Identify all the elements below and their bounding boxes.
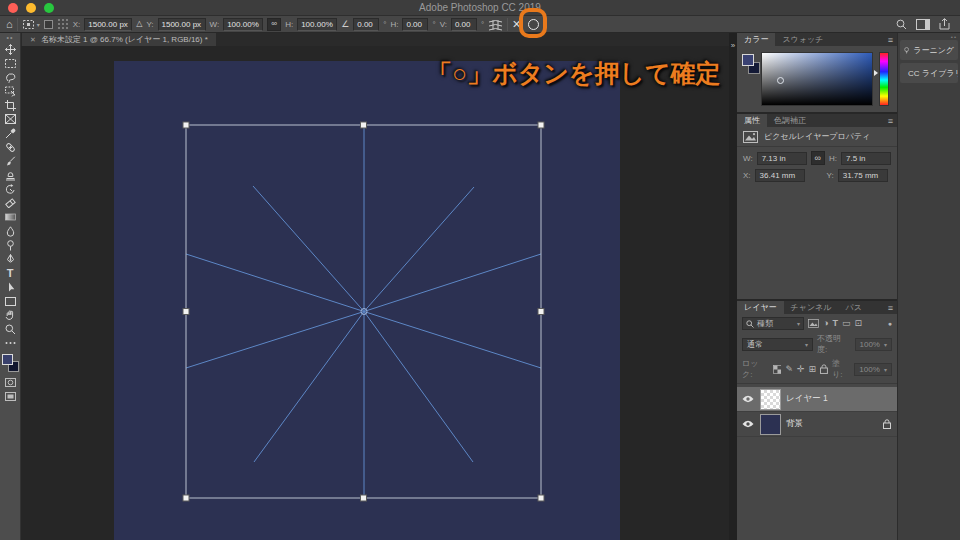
h-skew-field[interactable]: 0.00	[402, 18, 428, 31]
brush-tool[interactable]	[0, 154, 21, 168]
layer-thumbnail[interactable]	[760, 414, 781, 435]
foreground-color-swatch[interactable]	[2, 354, 13, 365]
link-dimensions-icon[interactable]: ∞	[811, 151, 825, 165]
prop-height-field[interactable]: 7.5 in	[841, 152, 891, 165]
collapse-panels-icon[interactable]: »	[729, 42, 737, 50]
smart-object-filter-icon[interactable]: ⊡	[854, 319, 862, 328]
canvas-artboard[interactable]	[114, 61, 620, 540]
v-skew-field[interactable]: 0.00	[451, 18, 477, 31]
crop-tool[interactable]	[0, 98, 21, 112]
relative-position-icon[interactable]: △	[136, 20, 142, 28]
screen-mode-button[interactable]	[0, 389, 21, 403]
layer-row-background[interactable]: 背景	[737, 412, 897, 437]
commit-transform-button[interactable]	[525, 16, 541, 32]
type-tool[interactable]: T	[0, 266, 21, 280]
panel-menu-icon[interactable]: ≡	[888, 301, 893, 314]
gradient-tool[interactable]	[0, 210, 21, 224]
learning-panel-button[interactable]: ラーニング	[900, 40, 958, 60]
fill-dropdown[interactable]: 100% ▾	[854, 363, 892, 376]
history-brush-tool[interactable]	[0, 182, 21, 196]
zoom-tool[interactable]	[0, 322, 21, 336]
warp-mode-toggle-icon[interactable]	[488, 18, 503, 31]
path-selection-tool[interactable]	[0, 280, 21, 294]
cc-libraries-panel-button[interactable]: CC ライブラリ	[900, 63, 958, 83]
marquee-tool[interactable]	[0, 56, 21, 70]
prop-x-field[interactable]: 36.41 mm	[755, 169, 805, 182]
eyedropper-tool[interactable]	[0, 126, 21, 140]
visibility-eye-icon[interactable]	[741, 420, 755, 428]
healing-brush-tool[interactable]	[0, 140, 21, 154]
edit-toolbar-button[interactable]	[0, 336, 21, 350]
tab-paths[interactable]: パス	[839, 301, 869, 314]
layer-name[interactable]: レイヤー 1	[786, 393, 893, 405]
layer-name[interactable]: 背景	[786, 418, 878, 430]
prop-width-field[interactable]: 7.13 in	[757, 152, 807, 165]
frame-tool[interactable]	[0, 112, 21, 126]
blur-tool[interactable]	[0, 224, 21, 238]
cancel-transform-button[interactable]: ✕	[512, 18, 521, 31]
prop-y-label: Y:	[827, 171, 834, 180]
maintain-aspect-link-icon[interactable]: ∞	[267, 18, 281, 31]
layer-row-layer1[interactable]: レイヤー 1	[737, 387, 897, 412]
document-tab[interactable]: ✕ 名称未設定 1 @ 66.7% (レイヤー 1, RGB/16) *	[22, 33, 216, 46]
search-icon[interactable]	[896, 19, 907, 30]
prop-y-field[interactable]: 31.75 mm	[838, 169, 888, 182]
blend-mode-dropdown[interactable]: 通常 ▾	[742, 338, 813, 351]
workspace-switcher-icon[interactable]	[916, 19, 930, 30]
reference-point-locator-icon[interactable]	[57, 18, 69, 30]
panel-menu-icon[interactable]: ≡	[888, 114, 893, 127]
tab-swatches[interactable]: スウォッチ	[775, 33, 830, 46]
tab-properties[interactable]: 属性	[737, 114, 767, 127]
pen-tool[interactable]	[0, 252, 21, 266]
tool-preset-icon[interactable]: ▾	[22, 19, 40, 30]
lock-artboard-icon[interactable]: ⊞	[809, 365, 817, 374]
opacity-dropdown[interactable]: 100% ▾	[855, 338, 893, 351]
lock-all-icon[interactable]	[820, 364, 828, 374]
layer-filter-dropdown[interactable]: 種類 ▾	[742, 317, 804, 330]
home-icon[interactable]: ⌂	[6, 19, 13, 30]
color-picker-marker[interactable]	[777, 77, 784, 84]
layer-thumbnail[interactable]	[760, 389, 781, 410]
panel-menu-icon[interactable]: ≡	[888, 33, 893, 46]
dodge-tool[interactable]	[0, 238, 21, 252]
foreground-color-swatch[interactable]	[742, 54, 754, 66]
tab-color[interactable]: カラー	[737, 33, 775, 46]
rotation-field[interactable]: 0.00	[353, 18, 379, 31]
hand-tool[interactable]	[0, 308, 21, 322]
visibility-eye-icon[interactable]	[741, 395, 755, 403]
quick-mask-button[interactable]	[0, 375, 21, 389]
degree-label: °	[481, 20, 484, 29]
height-scale-field[interactable]: 100.00%	[297, 18, 337, 31]
type-layer-filter-icon[interactable]: T	[832, 319, 838, 328]
toolbar-grip[interactable]: ••	[7, 33, 14, 42]
lock-transparency-icon[interactable]	[773, 365, 782, 374]
tutorial-annotation-text: 「○」ボタンを押して確定	[427, 57, 721, 90]
reference-point-checkbox[interactable]	[44, 20, 53, 29]
y-position-field[interactable]: 1500.00 px	[158, 18, 206, 31]
object-selection-tool[interactable]	[0, 84, 21, 98]
share-icon[interactable]	[939, 18, 950, 30]
tab-channels[interactable]: チャンネル	[784, 301, 839, 314]
color-panel	[737, 46, 897, 112]
lock-pixels-icon[interactable]: ✎	[785, 365, 793, 374]
adjustment-layer-filter-icon[interactable]: ◑	[823, 319, 828, 328]
eraser-tool[interactable]	[0, 196, 21, 210]
lasso-tool[interactable]	[0, 70, 21, 84]
filter-toggle-icon[interactable]: ●	[888, 320, 892, 327]
hue-slider-marker[interactable]	[874, 70, 878, 76]
canvas-pasteboard[interactable]: 「○」ボタンを押して確定	[21, 46, 729, 540]
tab-adjustments[interactable]: 色調補正	[767, 114, 813, 127]
pixel-layer-filter-icon[interactable]	[808, 319, 819, 328]
x-position-field[interactable]: 1500.00 px	[84, 18, 132, 31]
clone-stamp-tool[interactable]	[0, 168, 21, 182]
tab-layers[interactable]: レイヤー	[737, 301, 784, 314]
shape-layer-filter-icon[interactable]: ▭	[842, 319, 851, 328]
close-tab-icon[interactable]: ✕	[30, 36, 36, 44]
move-tool[interactable]	[0, 42, 21, 56]
hue-slider[interactable]	[879, 52, 889, 106]
v-skew-label: V:	[440, 20, 447, 29]
dock-grip[interactable]: ••	[951, 34, 957, 40]
width-scale-field[interactable]: 100.00%	[223, 18, 263, 31]
shape-tool[interactable]	[0, 294, 21, 308]
lock-position-icon[interactable]: ✛	[797, 365, 805, 374]
